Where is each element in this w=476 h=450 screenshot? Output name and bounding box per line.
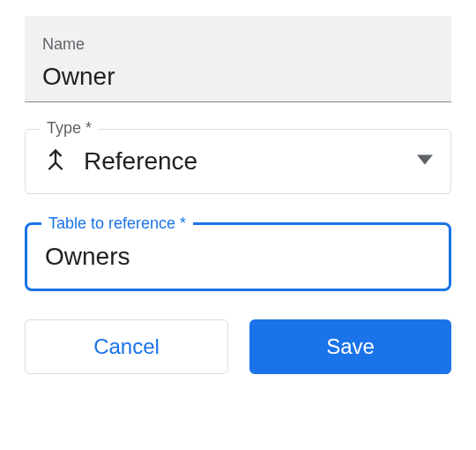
type-value: Reference [84, 147, 197, 176]
save-button[interactable]: Save [249, 319, 451, 374]
type-field[interactable]: Type * Reference [25, 129, 451, 194]
dropdown-icon [417, 154, 433, 169]
type-left: Reference [43, 147, 197, 176]
type-select-content: Reference [43, 147, 433, 176]
name-field[interactable]: Name Owner [25, 16, 451, 102]
table-reference-field[interactable]: Table to reference * Owners [25, 222, 451, 291]
name-value: Owner [42, 63, 434, 91]
table-reference-value: Owners [45, 243, 431, 271]
cancel-button[interactable]: Cancel [25, 319, 228, 374]
name-label: Name [42, 35, 434, 54]
button-row: Cancel Save [25, 319, 451, 374]
table-reference-label: Table to reference * [41, 214, 193, 233]
merge-icon [43, 147, 68, 176]
type-label: Type * [40, 119, 99, 138]
